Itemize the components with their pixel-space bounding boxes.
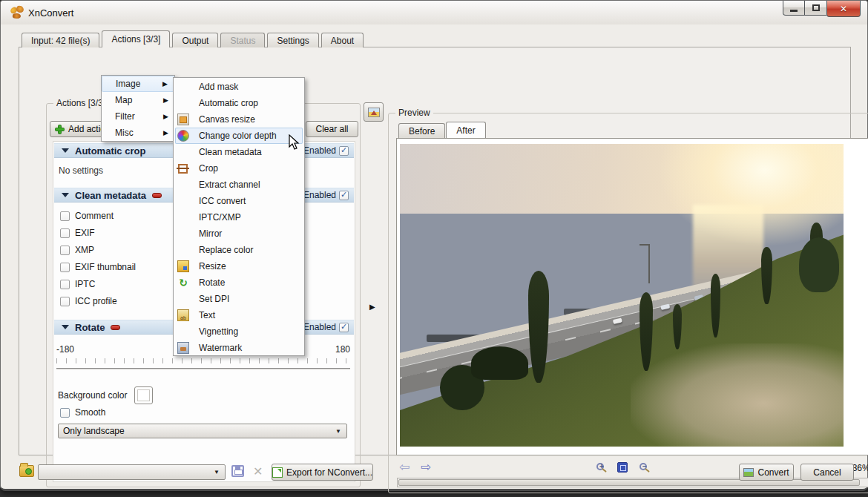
submenu-arrow-icon: ▶ xyxy=(163,113,168,120)
menu-category-image[interactable]: Image ▶ xyxy=(102,76,174,92)
watermark-icon xyxy=(177,342,189,354)
menu-item-clean-metadata[interactable]: Clean metadata xyxy=(174,144,304,160)
enabled-checkbox[interactable]: ✓ xyxy=(339,323,349,332)
canvas-resize-icon xyxy=(177,113,189,125)
cancel-button[interactable]: Cancel xyxy=(800,464,854,481)
delete-preset-icon: ✕ xyxy=(253,464,263,478)
icc-profile-checkbox[interactable] xyxy=(60,297,70,306)
menu-item-icc-convert[interactable]: ICC convert xyxy=(174,193,304,209)
enabled-checkbox[interactable]: ✓ xyxy=(339,146,349,156)
add-action-menu: Image ▶ Map ▶ Filter ▶ Misc ▶ xyxy=(101,75,175,142)
xnconvert-app: XnConvert ✕ Input: 42 file(s) Actions [3… xyxy=(0,0,868,497)
iptc-checkbox-row[interactable]: IPTC xyxy=(60,279,95,289)
menu-item-set-dpi[interactable]: Set DPI xyxy=(174,291,304,307)
slider-groove xyxy=(56,368,350,370)
menu-item-text[interactable]: abText xyxy=(174,307,304,323)
menu-category-filter[interactable]: Filter ▶ xyxy=(102,108,174,125)
menu-item-iptc-xmp[interactable]: IPTC/XMP xyxy=(174,209,304,226)
export-icon xyxy=(272,467,283,478)
preview-image-frame xyxy=(396,138,868,455)
xmp-checkbox[interactable] xyxy=(60,246,70,255)
bottom-bar: ▼ ✕ Export for NConvert... Convert Cance… xyxy=(1,458,868,488)
tab-settings[interactable]: Settings xyxy=(267,33,318,47)
window-title: XnConvert xyxy=(28,7,73,19)
comment-checkbox[interactable] xyxy=(60,211,70,221)
menu-item-watermark[interactable]: Watermark xyxy=(174,340,304,356)
menu-item-automatic-crop[interactable]: Automatic crop xyxy=(174,95,304,111)
convert-button[interactable]: Convert xyxy=(739,464,794,481)
enabled-checkbox[interactable]: ✓ xyxy=(339,191,349,200)
submenu-arrow-icon: ▶ xyxy=(163,96,168,104)
menu-item-extract-channel[interactable]: Extract channel xyxy=(174,177,304,193)
remove-action-icon[interactable] xyxy=(152,193,162,198)
tab-before[interactable]: Before xyxy=(398,123,445,138)
menu-item-vignetting[interactable]: Vignetting xyxy=(174,323,304,340)
background-color-label: Background color xyxy=(58,390,127,401)
chevron-down-icon: ▼ xyxy=(214,469,220,475)
preview-groupbox: Preview Before After xyxy=(388,113,868,493)
icc-profile-checkbox-row[interactable]: ICC profile xyxy=(60,296,117,306)
export-nconvert-button[interactable]: Export for NConvert... xyxy=(272,464,373,481)
maximize-button[interactable] xyxy=(805,1,826,16)
tab-input[interactable]: Input: 42 file(s) xyxy=(22,33,99,47)
collapse-arrow-icon[interactable] xyxy=(62,325,69,329)
tab-about[interactable]: About xyxy=(321,33,364,47)
comment-checkbox-row[interactable]: Comment xyxy=(60,211,114,221)
tab-status: Status xyxy=(220,33,265,47)
orientation-dropdown[interactable]: Only landscape ▼ xyxy=(58,424,347,438)
preset-dropdown[interactable]: ▼ xyxy=(38,464,226,480)
background-color-swatch[interactable] xyxy=(134,386,153,404)
clear-all-button[interactable]: Clear all xyxy=(306,121,358,137)
menu-category-map[interactable]: Map ▶ xyxy=(102,92,174,108)
iptc-checkbox[interactable] xyxy=(60,280,70,289)
resize-icon xyxy=(177,260,189,272)
splitter-collapse-arrow[interactable]: ▶ xyxy=(369,303,375,311)
menu-item-add-mask[interactable]: Add mask xyxy=(174,79,304,95)
menu-item-canvas-resize[interactable]: Canvas resize xyxy=(174,111,304,128)
open-preset-folder-icon[interactable] xyxy=(19,465,34,477)
xmp-checkbox-row[interactable]: XMP xyxy=(60,245,94,255)
title-bar[interactable]: XnConvert ✕ xyxy=(1,1,867,24)
submenu-arrow-icon: ▶ xyxy=(162,80,168,88)
collapse-arrow-icon[interactable] xyxy=(62,193,69,197)
minimize-button[interactable] xyxy=(783,1,805,16)
main-tabbar: Input: 42 file(s) Actions [3/3] Output S… xyxy=(22,30,366,47)
chevron-down-icon: ▼ xyxy=(335,428,341,435)
tab-actions[interactable]: Actions [3/3] xyxy=(102,30,170,47)
preview-toggle-button[interactable] xyxy=(364,102,384,122)
smooth-checkbox[interactable] xyxy=(60,408,70,418)
remove-action-icon[interactable] xyxy=(111,325,120,330)
slider-ticks xyxy=(56,358,350,363)
menu-category-misc[interactable]: Misc ▶ xyxy=(102,125,174,141)
picture-icon xyxy=(368,108,380,117)
angle-slider[interactable] xyxy=(56,358,350,375)
collapse-arrow-icon[interactable] xyxy=(62,148,69,153)
menu-item-resize[interactable]: Resize xyxy=(174,258,304,274)
save-preset-icon[interactable] xyxy=(231,465,244,477)
exif-thumbnail-checkbox-row[interactable]: EXIF thumbnail xyxy=(60,262,136,272)
maximize-icon xyxy=(812,4,820,11)
menu-item-rotate[interactable]: ↻Rotate xyxy=(174,274,304,291)
menu-item-replace-color[interactable]: Replace color xyxy=(174,242,304,258)
minimize-icon xyxy=(790,10,798,12)
close-icon: ✕ xyxy=(840,4,847,14)
mouse-cursor xyxy=(289,134,300,153)
color-depth-icon xyxy=(177,130,189,142)
add-action-icon xyxy=(55,125,65,134)
exif-checkbox-row[interactable]: EXIF xyxy=(60,228,95,238)
tab-after[interactable]: After xyxy=(446,122,485,138)
smooth-checkbox-row[interactable]: Smooth xyxy=(60,407,105,418)
menu-item-mirror[interactable]: Mirror xyxy=(174,226,304,242)
image-submenu: Add mask Automatic crop Canvas resize Ch… xyxy=(173,77,305,356)
exif-thumbnail-checkbox[interactable] xyxy=(60,263,70,272)
close-button[interactable]: ✕ xyxy=(826,1,861,17)
menu-item-crop[interactable]: Crop xyxy=(174,160,304,177)
app-window: XnConvert ✕ Input: 42 file(s) Actions [3… xyxy=(0,0,868,491)
convert-icon xyxy=(743,468,754,477)
text-icon: ab xyxy=(177,309,189,321)
rotate-icon: ↻ xyxy=(177,277,189,289)
crop-icon xyxy=(178,164,188,174)
tab-output[interactable]: Output xyxy=(172,33,218,47)
menu-item-change-color-depth[interactable]: Change color depth xyxy=(175,128,303,144)
exif-checkbox[interactable] xyxy=(60,228,70,238)
